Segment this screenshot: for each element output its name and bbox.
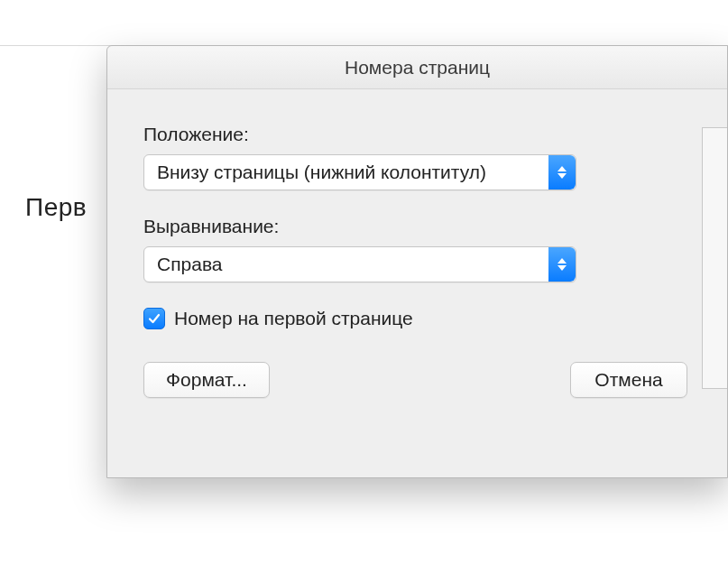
position-label: Положение:: [143, 124, 691, 145]
dialog-body: Положение: Внизу страницы (нижний колонт…: [107, 89, 727, 425]
alignment-label: Выравнивание:: [143, 216, 691, 237]
position-select[interactable]: Внизу страницы (нижний колонтитул): [143, 154, 576, 190]
dialog-title: Номера страниц: [345, 57, 490, 79]
alignment-select-value: Справа: [157, 254, 223, 275]
first-page-checkbox-row[interactable]: Номер на первой странице: [143, 308, 691, 329]
background-partial-text: Перв: [25, 193, 87, 222]
cancel-button[interactable]: Отмена: [570, 362, 687, 398]
first-page-checkbox-label: Номер на первой странице: [174, 308, 413, 329]
dialog-titlebar: Номера страниц: [107, 46, 727, 89]
select-stepper-icon: [548, 247, 576, 282]
dialog-button-row: Формат... Отмена: [143, 362, 691, 398]
format-button[interactable]: Формат...: [143, 362, 270, 398]
select-stepper-icon: [548, 155, 576, 190]
format-button-label: Формат...: [166, 369, 247, 391]
alignment-select[interactable]: Справа: [143, 246, 576, 282]
preview-panel-edge: [702, 127, 727, 389]
first-page-checkbox[interactable]: [143, 308, 165, 329]
checkmark-icon: [148, 312, 161, 325]
page-numbers-dialog: Номера страниц Положение: Внизу страницы…: [106, 45, 728, 478]
cancel-button-label: Отмена: [594, 369, 662, 391]
position-select-value: Внизу страницы (нижний колонтитул): [157, 162, 486, 183]
